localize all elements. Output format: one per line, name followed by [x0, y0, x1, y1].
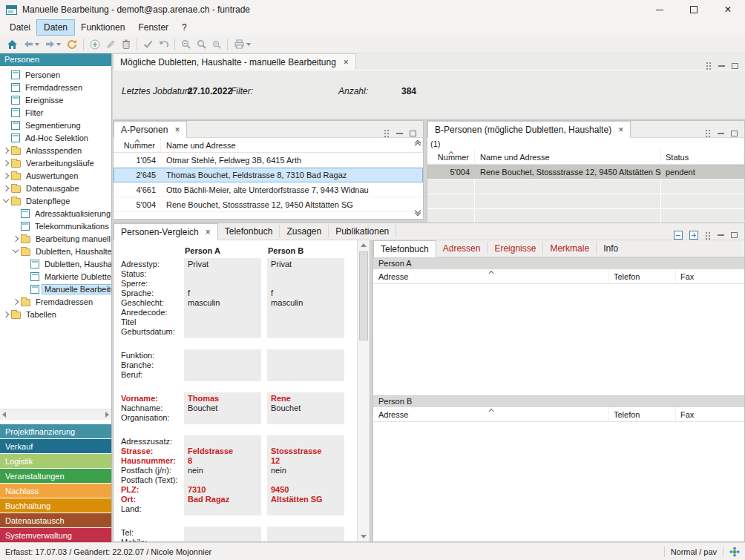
tree-item-datenpflege[interactable]: Datenpflege — [0, 194, 111, 207]
forward-dropdown-icon[interactable] — [56, 43, 61, 46]
module-systemverwaltung[interactable]: Systemverwaltung — [0, 527, 111, 542]
search-button[interactable] — [194, 36, 209, 53]
undo-button[interactable] — [156, 36, 171, 53]
close-tab-icon[interactable]: × — [344, 58, 349, 67]
menu-funktionen[interactable]: Funktionen — [74, 20, 131, 35]
tree-item-anlassspenden[interactable]: Anlassspenden — [0, 144, 111, 157]
close-tab-icon[interactable]: × — [618, 125, 623, 134]
close-window-button[interactable]: × — [711, 0, 745, 19]
tab-moegliche-dubletten[interactable]: Mögliche Dubletten, Haushalte - manuelle… — [113, 53, 356, 70]
table-row[interactable]: 1'054 Otmar Stehlé, Feldweg 3B, 6415 Art… — [114, 153, 423, 168]
table-row-selected[interactable]: 2'645 Thomas Bouchet, Feldstrasse 8, 731… — [114, 168, 423, 182]
tree-item-telekommunikation[interactable]: Telekommunikations — [0, 220, 111, 232]
tab-zusagen[interactable]: Zusagen — [280, 225, 329, 237]
home-button[interactable] — [4, 36, 21, 53]
tree-item-ereignisse[interactable]: Ereignisse — [0, 93, 111, 106]
scroll-right-icon[interactable] — [105, 412, 109, 418]
minimize-panel-icon[interactable] — [718, 234, 724, 236]
maximize-panel-icon[interactable] — [410, 131, 416, 136]
table-row-selected[interactable]: 5'004 Rene Bouchet, Stossstrasse 12, 945… — [427, 165, 744, 179]
column-header-fax[interactable]: Fax — [676, 269, 744, 283]
module-buchhaltung[interactable]: Buchhaltung — [0, 498, 111, 513]
column-header-adresse[interactable]: Adresse — [373, 407, 609, 421]
column-header-fax[interactable]: Fax — [676, 407, 744, 421]
more-options-icon[interactable] — [705, 129, 711, 137]
module-nachlass[interactable]: Nachlass — [0, 483, 111, 498]
module-logistik[interactable]: Logistik — [0, 453, 111, 468]
refresh-button[interactable] — [64, 36, 80, 53]
column-header-nummer[interactable]: Nummer — [427, 150, 475, 164]
column-header-name-adresse[interactable]: Name und Adresse — [475, 150, 661, 164]
minimize-panel-icon[interactable] — [396, 133, 403, 134]
tab-adressen[interactable]: Adressen — [436, 242, 488, 254]
forward-button[interactable] — [42, 36, 64, 53]
print-dropdown-icon[interactable] — [246, 43, 251, 46]
chevron-right-icon[interactable] — [3, 159, 9, 165]
tree-item-markierte-dubletten[interactable]: Markierte Dubletten — [0, 270, 111, 283]
column-header-nummer[interactable]: Nummer — [114, 138, 161, 152]
tree-item-adressaktualisierung[interactable]: Adressaktualisierung — [0, 207, 111, 220]
vertical-scrollbar[interactable] — [357, 240, 370, 541]
chevron-right-icon[interactable] — [3, 172, 9, 178]
menu-daten[interactable]: Daten — [37, 20, 74, 35]
column-header-name-adresse[interactable]: Name und Adresse — [161, 138, 423, 152]
tree-item-segmentierung[interactable]: Segmentierung — [0, 119, 111, 131]
scrollbar-thumb[interactable] — [359, 251, 368, 340]
scroll-left-icon[interactable] — [2, 412, 6, 418]
table-row[interactable]: 5'004 Rene Bouchet, Stossstrasse 12, 945… — [114, 197, 423, 212]
expand-all-icon[interactable] — [689, 231, 698, 240]
chevron-down-icon[interactable] — [13, 247, 19, 253]
tab-telefonbuch[interactable]: Telefonbuch — [373, 240, 436, 257]
tab-personen-vergleich[interactable]: Personen-Vergleich × — [114, 223, 218, 240]
minimize-panel-icon[interactable] — [718, 133, 724, 134]
chevron-down-icon[interactable] — [3, 197, 9, 202]
module-projektfinanzierung[interactable]: Projektfinanzierung — [0, 424, 111, 438]
tab-info[interactable]: Info — [597, 242, 625, 254]
tab-a-personen[interactable]: A-Personen × — [114, 121, 187, 138]
chevron-right-icon[interactable] — [3, 185, 9, 191]
maximize-window-button[interactable] — [677, 0, 711, 19]
close-tab-icon[interactable]: × — [174, 125, 180, 134]
column-header-telefon[interactable]: Telefon — [609, 407, 676, 421]
maximize-panel-icon[interactable] — [731, 232, 738, 238]
module-verkauf[interactable]: Verkauf — [0, 438, 111, 453]
module-datenaustausch[interactable]: Datenaustausch — [0, 513, 111, 527]
more-options-icon[interactable] — [706, 62, 712, 70]
chevron-right-icon[interactable] — [13, 298, 19, 304]
more-options-icon[interactable] — [705, 231, 711, 240]
tree-item-dubletten-haushalte[interactable]: Dubletten, Haushalte — [0, 257, 111, 270]
maximize-panel-icon[interactable] — [732, 63, 738, 69]
delete-button[interactable] — [119, 36, 134, 53]
collapse-all-icon[interactable] — [674, 231, 683, 240]
tab-ereignisse[interactable]: Ereignisse — [488, 242, 543, 254]
edit-button[interactable] — [103, 36, 119, 53]
tree-item-personen[interactable]: Personen — [0, 68, 111, 81]
scroll-to-top-icon[interactable] — [416, 141, 420, 145]
column-header-status[interactable]: Status — [661, 150, 744, 164]
tree-item-datenausgabe[interactable]: Datenausgabe — [0, 182, 111, 194]
close-tab-icon[interactable]: × — [206, 228, 211, 237]
tab-b-personen[interactable]: B-Personen (mögliche Dubletten, Haushalt… — [427, 121, 631, 138]
chevron-right-icon[interactable] — [13, 235, 19, 241]
search-detail-button[interactable] — [209, 36, 224, 53]
confirm-button[interactable] — [140, 36, 156, 53]
add-button[interactable] — [87, 36, 103, 53]
search-clear-button[interactable] — [178, 36, 194, 53]
column-header-telefon[interactable]: Telefon — [609, 269, 676, 283]
scroll-up-icon[interactable] — [361, 243, 367, 247]
scroll-to-bottom-icon[interactable] — [416, 208, 420, 213]
menu-fenster[interactable]: Fenster — [131, 20, 175, 35]
scroll-down-icon[interactable] — [361, 535, 367, 538]
print-button[interactable] — [231, 36, 254, 53]
maximize-panel-icon[interactable] — [731, 131, 738, 136]
tree-item-dubletten-haushalte-folder[interactable]: Dubletten, Haushalte — [0, 245, 111, 257]
tree-item-manuelle-bearbeitung[interactable]: Manuelle Bearbeitung — [0, 283, 111, 295]
table-row[interactable]: 4'661 Otto Bächli-Meier, alte Unterdorfs… — [114, 182, 423, 197]
tree-item-filter[interactable]: Filter — [0, 106, 111, 119]
tree-item-bearbeitung-manuell[interactable]: Bearbeitung manuell — [0, 232, 111, 245]
tree-item-fremdadressen[interactable]: Fremdadressen — [0, 81, 111, 93]
column-header-adresse[interactable]: Adresse — [373, 269, 609, 283]
back-button[interactable] — [21, 36, 42, 53]
menu-help[interactable]: ? — [175, 20, 194, 35]
tab-publikationen[interactable]: Publikationen — [329, 225, 396, 237]
